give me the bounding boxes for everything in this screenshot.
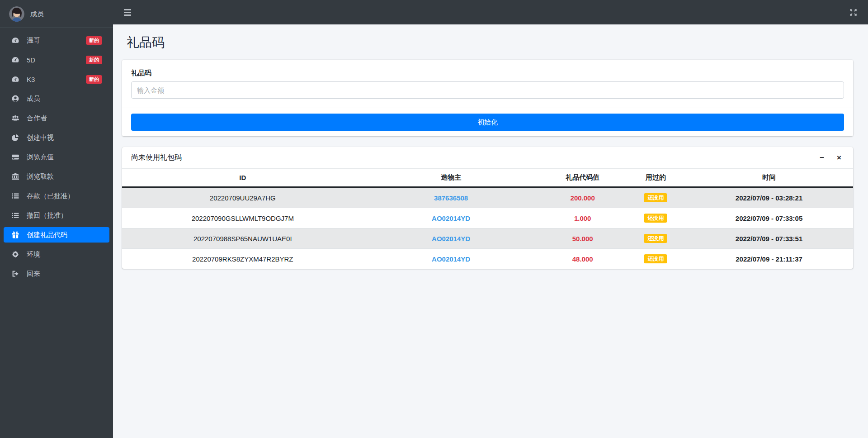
sidebar-item-members[interactable]: 成员: [4, 91, 109, 106]
new-badge: 新的: [86, 56, 102, 64]
cell-id: 2022070988SP65NAUW1UAE0I: [122, 229, 363, 249]
sidebar-item-partners[interactable]: 合作者: [4, 110, 109, 126]
column-header-value: 礼品代码值: [539, 169, 627, 187]
cell-creator: AO02014YD: [363, 208, 539, 229]
sidebar-item-label: 创建中视: [27, 133, 54, 142]
sidebar-menu: 温哥 新的 5D 新的 K3 新的 成员 合作者: [0, 28, 113, 290]
cell-value: 200.000: [539, 187, 627, 208]
sidebar-item-label: 温哥: [27, 36, 40, 45]
pie-chart-icon: [11, 133, 20, 142]
creator-link[interactable]: AO02014YD: [432, 214, 470, 222]
table-card-header: 尚未使用礼包码 − ×: [122, 147, 853, 169]
new-badge: 新的: [86, 36, 102, 45]
sidebar-item-wenge[interactable]: 温哥 新的: [4, 33, 109, 48]
column-header-time: 时间: [685, 169, 853, 187]
creator-link[interactable]: AO02014YD: [432, 255, 470, 263]
cell-used: 还没用: [627, 187, 685, 208]
credit-card-icon: [11, 153, 20, 161]
new-badge: 新的: [86, 75, 102, 84]
unused-gift-codes-card: 尚未使用礼包码 − × ID 造物主 礼品代码值 用过的 时间: [122, 147, 853, 269]
sidebar-item-label: 环境: [27, 250, 40, 259]
user-panel: 成员: [0, 0, 113, 28]
cell-value: 48.000: [539, 249, 627, 269]
column-header-creator: 造物主: [363, 169, 539, 187]
sidebar-item-label: 合作者: [27, 114, 47, 123]
amount-input[interactable]: [131, 81, 844, 99]
collapse-icon[interactable]: −: [819, 153, 825, 162]
cell-used: 还没用: [627, 249, 685, 269]
sidebar-item-deposits-approved[interactable]: 存款（已批准）: [4, 188, 109, 204]
form-card-body: 礼品码: [122, 60, 853, 108]
creator-link[interactable]: AO02014YD: [432, 235, 470, 243]
cell-creator: 387636508: [363, 187, 539, 208]
sidebar-item-browse-recharge[interactable]: 浏览充值: [4, 149, 109, 165]
list-icon: [11, 211, 20, 219]
cell-id: 20220709RKS8ZYXM47R2BYRZ: [122, 249, 363, 269]
form-card-footer: 初始化: [122, 108, 853, 136]
user-name-link[interactable]: 成员: [30, 10, 44, 19]
cell-used: 还没用: [627, 229, 685, 249]
close-icon[interactable]: ×: [836, 153, 842, 162]
sidebar-item-label: 浏览取款: [27, 172, 54, 181]
cell-time: 2022/07/09 - 07:33:05: [685, 208, 853, 229]
cell-id: 202207090GSLLWMLT9ODGJ7M: [122, 208, 363, 229]
table-row: 20220709UU29A7HG 387636508 200.000 还没用 2…: [122, 187, 853, 208]
table-row: 20220709RKS8ZYXM47R2BYRZ AO02014YD 48.00…: [122, 249, 853, 269]
avatar: [9, 6, 24, 22]
bank-icon: [11, 172, 20, 181]
sidebar-item-label: 回来: [27, 270, 40, 278]
status-badge: 还没用: [644, 193, 667, 202]
list-icon: [11, 192, 20, 200]
cell-creator: AO02014YD: [363, 249, 539, 269]
sidebar-item-create-gift-code[interactable]: 创建礼品代码: [4, 227, 109, 243]
creator-link[interactable]: 387636508: [434, 194, 468, 202]
cell-time: 2022/07/09 - 03:28:21: [685, 187, 853, 208]
initialize-button[interactable]: 初始化: [131, 114, 844, 131]
sidebar-item-label: 成员: [27, 95, 40, 103]
table-header-row: ID 造物主 礼品代码值 用过的 时间: [122, 169, 853, 187]
fullscreen-icon[interactable]: [849, 9, 857, 16]
sidebar-item-label: 浏览充值: [27, 153, 54, 162]
page-title: 礼品码: [127, 34, 853, 51]
cell-time: 2022/07/09 - 07:33:51: [685, 229, 853, 249]
menu-toggle-icon[interactable]: [124, 7, 131, 18]
card-tools: − ×: [819, 153, 842, 162]
sidebar: 成员 温哥 新的 5D 新的 K3 新的 成员: [0, 0, 113, 438]
status-badge: 还没用: [644, 234, 667, 243]
tachometer-icon: [11, 75, 20, 83]
cell-value: 1.000: [539, 208, 627, 229]
sidebar-item-environment[interactable]: 环境: [4, 247, 109, 262]
gear-icon: [11, 250, 20, 258]
avatar-image: [9, 6, 24, 22]
cell-id: 20220709UU29A7HG: [122, 187, 363, 208]
cell-value: 50.000: [539, 229, 627, 249]
sidebar-item-withdraw-approved[interactable]: 撤回（批准）: [4, 208, 109, 223]
main-content: 礼品码 礼品码 初始化 尚未使用礼包码 − × ID 造物主: [113, 24, 868, 269]
sign-out-icon: [11, 270, 20, 278]
column-header-id: ID: [122, 169, 363, 187]
sidebar-item-label: 存款（已批准）: [27, 192, 74, 200]
sidebar-item-back[interactable]: 回来: [4, 266, 109, 281]
sidebar-item-label: K3: [27, 76, 35, 83]
sidebar-item-label: 创建礼品代码: [27, 231, 67, 239]
sidebar-item-k3[interactable]: K3 新的: [4, 71, 109, 87]
cell-creator: AO02014YD: [363, 229, 539, 249]
tachometer-icon: [11, 56, 20, 64]
table-row: 2022070988SP65NAUW1UAE0I AO02014YD 50.00…: [122, 229, 853, 249]
sidebar-item-create-midview[interactable]: 创建中视: [4, 130, 109, 145]
cell-time: 2022/07/09 - 21:11:37: [685, 249, 853, 269]
table-card-title: 尚未使用礼包码: [131, 153, 182, 162]
table-row: 202207090GSLLWMLT9ODGJ7M AO02014YD 1.000…: [122, 208, 853, 229]
sidebar-item-browse-withdrawal[interactable]: 浏览取款: [4, 169, 109, 184]
gift-code-form-card: 礼品码 初始化: [122, 60, 853, 136]
sidebar-item-5d[interactable]: 5D 新的: [4, 52, 109, 67]
users-icon: [11, 114, 20, 122]
user-icon: [11, 95, 20, 103]
amount-label: 礼品码: [131, 69, 844, 77]
sidebar-item-label: 5D: [27, 56, 35, 64]
tachometer-icon: [11, 36, 20, 44]
status-badge: 还没用: [644, 254, 667, 263]
gift-codes-table: ID 造物主 礼品代码值 用过的 时间 20220709UU29A7HG 387…: [122, 169, 853, 269]
column-header-used: 用过的: [627, 169, 685, 187]
cell-used: 还没用: [627, 208, 685, 229]
